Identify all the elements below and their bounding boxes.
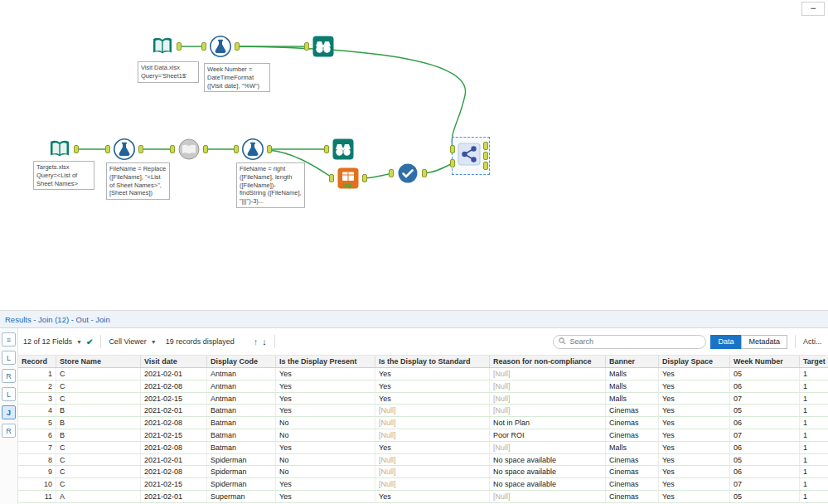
table-row[interactable]: 11A2021-02-01SupermanYesYes[Null]Cinemas… <box>18 491 828 503</box>
table-cell: 1 <box>800 478 828 490</box>
tool-input-visit-data[interactable] <box>151 35 174 58</box>
column-header[interactable]: Reason for non-compliance <box>490 356 606 367</box>
annotation-formula-right[interactable]: FileName = right ([FileName], length ([F… <box>236 162 305 208</box>
join-right-input-anchor[interactable] <box>450 159 455 167</box>
table-cell: Yes <box>375 368 490 380</box>
strip-output-l-icon[interactable]: L <box>2 387 16 401</box>
table-cell: 2021-02-08 <box>141 380 207 392</box>
output-anchor[interactable] <box>267 145 272 153</box>
search-input[interactable] <box>569 337 700 346</box>
annotation-formula-week[interactable]: Week Number = DateTimeFormat ([Visit dat… <box>204 63 270 92</box>
output-anchor[interactable] <box>362 174 367 182</box>
tool-formula-right[interactable] <box>241 138 264 161</box>
column-header[interactable]: Week Number <box>730 356 800 367</box>
actions-button[interactable]: Acti... <box>803 337 823 346</box>
input-anchor[interactable] <box>329 174 334 182</box>
strip-connections-icon[interactable]: ≡ <box>2 332 16 346</box>
output-anchor[interactable] <box>203 145 208 153</box>
table-row[interactable]: 7C2021-02-08BatmanYesYes[Null]MallsYes06… <box>18 442 828 454</box>
column-header[interactable]: Visit date <box>141 356 207 367</box>
table-row[interactable]: 2C2021-02-08AntmanYesYes[Null]MallsYes06… <box>18 380 828 393</box>
data-tab-button[interactable]: Data <box>710 335 741 349</box>
annotation-input-visit[interactable]: Visit Data.xlsx Query='Sheet1$' <box>138 61 199 83</box>
tool-dynamic-rename[interactable] <box>337 167 360 190</box>
table-cell: C <box>56 380 141 392</box>
input-anchor[interactable] <box>170 145 175 153</box>
tool-formula-week-number[interactable] <box>209 35 232 58</box>
strip-output-r-icon[interactable]: R <box>2 424 16 438</box>
column-header[interactable]: Store Name <box>56 356 141 367</box>
column-header[interactable]: Target <box>800 356 828 367</box>
annotation-formula-filename[interactable]: FileName = Replace ([FileName], "<List o… <box>106 162 170 200</box>
anchor-strip: ≡ L R L J R <box>0 328 18 504</box>
table-row[interactable]: 3C2021-02-15AntmanYesYes[Null]MallsYes07… <box>18 393 828 405</box>
tool-browse-bottom[interactable] <box>332 138 355 161</box>
join-left-input-anchor[interactable] <box>450 145 455 153</box>
output-anchor[interactable] <box>177 42 182 51</box>
table-row[interactable]: 9C2021-02-08SpidermanNo[Null]No space av… <box>18 466 828 478</box>
arrow-up-icon[interactable]: ↑ <box>254 337 259 346</box>
tool-join[interactable] <box>458 143 481 166</box>
input-anchor[interactable] <box>234 145 239 153</box>
arrow-down-icon[interactable]: ↓ <box>262 337 267 346</box>
strip-input-r-icon[interactable]: R <box>2 369 16 383</box>
output-anchor[interactable] <box>138 145 143 153</box>
table-cell: Yes <box>659 478 730 490</box>
tool-dynamic-input[interactable] <box>177 138 201 161</box>
join-output-l-anchor[interactable] <box>483 142 488 150</box>
column-header[interactable]: Display Code <box>207 356 276 367</box>
column-header[interactable]: Is the Display to Standard <box>375 356 490 367</box>
chevron-down-icon[interactable]: ▼ <box>151 339 157 345</box>
table-cell: 1 <box>800 405 828 416</box>
table-row[interactable]: 4B2021-02-01BatmanYes[Null][Null]Cinemas… <box>18 405 828 417</box>
output-anchor[interactable] <box>74 145 79 153</box>
strip-input-l-icon[interactable]: L <box>2 351 16 365</box>
search-box[interactable] <box>553 335 706 349</box>
table-row[interactable]: 1C2021-02-01AntmanYesYes[Null]MallsYes05… <box>18 368 828 380</box>
cell-viewer-dropdown[interactable]: Cell Viewer <box>109 337 146 346</box>
table-row[interactable]: 5B2021-02-08BatmanNo[Null]Not in PlanCin… <box>18 417 828 429</box>
output-anchor[interactable] <box>422 169 427 177</box>
record-number: 7 <box>18 442 56 453</box>
input-anchor[interactable] <box>105 145 110 153</box>
table-cell: Batman <box>207 405 276 416</box>
record-number: 6 <box>18 429 56 441</box>
table-cell: Yes <box>659 454 730 466</box>
annotation-input-targets[interactable]: Targets.xlsx Query=<List of Sheet Names> <box>33 161 94 190</box>
input-anchor[interactable] <box>304 42 309 51</box>
table-cell: Yes <box>276 478 375 490</box>
workflow-canvas[interactable]: Visit Data.xlsx Query='Sheet1$' Week Num… <box>0 0 828 310</box>
table-cell: Poor ROI <box>490 429 606 441</box>
tool-input-targets[interactable] <box>48 138 71 161</box>
tool-browse-top[interactable] <box>312 35 335 58</box>
record-number: 10 <box>18 478 56 490</box>
table-row[interactable]: 10C2021-02-15SpidermanYes[Null]No space … <box>18 478 828 491</box>
table-row[interactable]: 6B2021-02-15BatmanNo[Null]Poor ROICinema… <box>18 429 828 442</box>
table-cell: Cinemas <box>606 478 659 490</box>
table-cell: 1 <box>800 368 828 380</box>
metadata-tab-button[interactable]: Metadata <box>741 335 787 349</box>
join-output-r-anchor[interactable] <box>483 162 488 170</box>
output-anchor[interactable] <box>235 42 240 51</box>
chevron-down-icon[interactable]: ▼ <box>76 339 82 345</box>
column-header[interactable]: Banner <box>606 356 659 367</box>
input-anchor[interactable] <box>389 169 394 177</box>
tool-formula-filename[interactable] <box>113 138 136 161</box>
strip-output-j-icon[interactable]: J <box>2 405 16 419</box>
column-header[interactable]: Display Space <box>659 356 730 367</box>
table-cell: 2021-02-01 <box>141 368 207 380</box>
table-cell: Yes <box>659 429 730 441</box>
apply-check-icon[interactable]: ✔ <box>86 337 93 346</box>
join-output-j-anchor[interactable] <box>483 152 488 160</box>
column-header[interactable]: Is the Display Present <box>276 356 375 367</box>
column-header[interactable]: Record <box>18 356 56 367</box>
fields-dropdown[interactable]: 12 of 12 Fields <box>23 337 72 346</box>
tool-unique-check[interactable] <box>396 162 419 185</box>
table-cell: Batman <box>207 442 276 453</box>
table-row[interactable]: 8C2021-02-01SpidermanNo[Null]No space av… <box>18 454 828 467</box>
table-cell: Batman <box>207 429 276 441</box>
input-anchor[interactable] <box>324 145 329 153</box>
input-anchor[interactable] <box>201 42 206 51</box>
minimize-button[interactable]: − <box>801 2 825 16</box>
table-cell: 2021-02-08 <box>141 442 207 453</box>
